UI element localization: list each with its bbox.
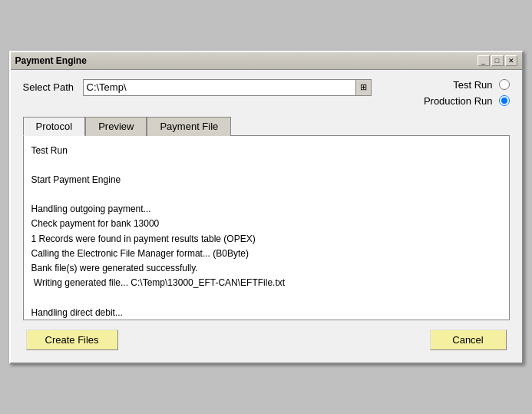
radio-section: Test Run Production Run	[387, 79, 510, 107]
cancel-button[interactable]: Cancel	[430, 330, 507, 350]
production-run-row: Production Run	[387, 95, 510, 107]
test-run-label: Test Run	[453, 79, 492, 91]
tab-preview[interactable]: Preview	[85, 117, 147, 136]
close-button[interactable]: ✕	[505, 55, 517, 66]
production-run-radio[interactable]	[499, 95, 510, 106]
test-run-radio[interactable]	[499, 79, 510, 90]
path-section: Select Path ⊞	[23, 79, 372, 96]
create-files-button[interactable]: Create Files	[26, 330, 118, 350]
minimize-button[interactable]: _	[477, 55, 490, 66]
tab-payment-file[interactable]: Payment File	[147, 117, 231, 136]
window-title: Payment Engine	[15, 55, 87, 66]
path-label: Select Path	[23, 81, 77, 93]
tab-content-protocol: Test Run Start Payment Engine Handling o…	[23, 136, 510, 320]
path-input-wrapper: ⊞	[83, 79, 372, 96]
log-text: Test Run Start Payment Engine Handling o…	[31, 144, 501, 320]
test-run-row: Test Run	[387, 79, 510, 91]
top-section: Select Path ⊞ Test Run Production Run	[23, 79, 510, 107]
production-run-label: Production Run	[424, 95, 493, 107]
title-bar: Payment Engine _ □ ✕	[11, 52, 522, 70]
title-bar-buttons: _ □ ✕	[477, 55, 517, 66]
tabs-section: Protocol Preview Payment File Test Run S…	[23, 116, 510, 320]
tab-protocol[interactable]: Protocol	[23, 117, 86, 136]
path-browse-button[interactable]: ⊞	[355, 80, 371, 95]
path-input[interactable]	[84, 80, 355, 94]
payment-engine-window: Payment Engine _ □ ✕ Select Path ⊞ Test …	[9, 51, 524, 364]
bottom-buttons: Create Files Cancel	[23, 320, 510, 353]
window-content: Select Path ⊞ Test Run Production Run	[11, 70, 522, 363]
maximize-button[interactable]: □	[491, 55, 504, 66]
tab-bar: Protocol Preview Payment File	[23, 116, 510, 136]
